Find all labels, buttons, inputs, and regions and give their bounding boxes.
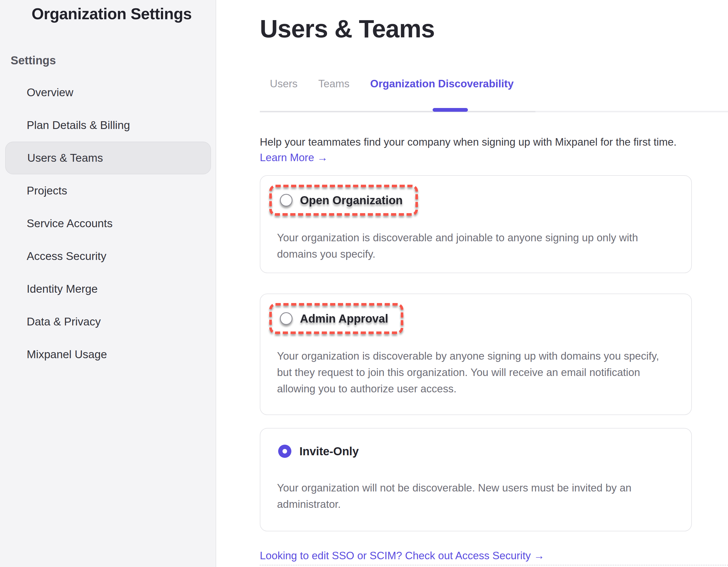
sidebar-item-service-accounts[interactable]: Service Accounts [0,207,216,240]
active-tab-indicator [433,108,468,112]
sidebar-item-plan-details-billing[interactable]: Plan Details & Billing [0,109,216,142]
main-content: Users & Teams Users Teams Organization D… [216,0,728,567]
access-security-link[interactable]: Looking to edit SSO or SCIM? Check out A… [260,550,544,562]
tab-organization-discoverability[interactable]: Organization Discoverability [370,78,514,90]
option-description-invite-only: Your organization will not be discoverab… [277,480,660,512]
annotation-box-open-organization: Open Organization [269,185,418,216]
learn-more-link[interactable]: Learn More → [260,152,328,164]
option-card-admin-approval: Admin Approval Your organization is disc… [260,294,692,415]
sidebar-item-overview[interactable]: Overview [0,76,216,109]
sidebar-nav: Overview Plan Details & Billing Users & … [0,76,216,371]
option-description-open-organization: Your organization is discoverable and jo… [277,229,660,262]
option-card-invite-only: Invite-Only Your organization will not b… [260,428,692,531]
sidebar-section-label: Settings [11,54,56,67]
option-card-open-organization: Open Organization Your organization is d… [260,175,692,273]
option-label-admin-approval[interactable]: Admin Approval [300,312,388,325]
radio-admin-approval[interactable] [280,312,293,325]
tab-divider [260,111,535,112]
sidebar-item-identity-merge[interactable]: Identity Merge [0,272,216,305]
tab-users[interactable]: Users [270,78,298,90]
option-row-invite-only: Invite-Only [278,445,691,458]
bottom-divider [260,565,728,566]
sidebar-item-projects[interactable]: Projects [0,174,216,207]
option-label-invite-only[interactable]: Invite-Only [299,445,359,458]
discoverability-intro: Help your teammates find your company wh… [260,134,677,150]
sidebar-item-mixpanel-usage[interactable]: Mixpanel Usage [0,338,216,371]
sidebar-item-users-teams[interactable]: Users & Teams [5,142,211,174]
sidebar-item-access-security[interactable]: Access Security [0,240,216,272]
option-description-admin-approval: Your organization is discoverable by any… [277,348,660,397]
sidebar: Organization Settings Settings Overview … [0,0,216,567]
sidebar-item-data-privacy[interactable]: Data & Privacy [0,305,216,338]
radio-open-organization[interactable] [280,194,293,206]
annotation-box-admin-approval: Admin Approval [269,303,403,334]
sidebar-title: Organization Settings [32,5,192,23]
page-title: Users & Teams [260,14,435,43]
radio-invite-only-selected[interactable] [278,445,291,458]
page-divider [535,111,728,112]
tab-teams[interactable]: Teams [318,78,350,90]
option-label-open-organization[interactable]: Open Organization [300,193,403,207]
tab-bar: Users Teams Organization Discoverability [270,78,514,90]
